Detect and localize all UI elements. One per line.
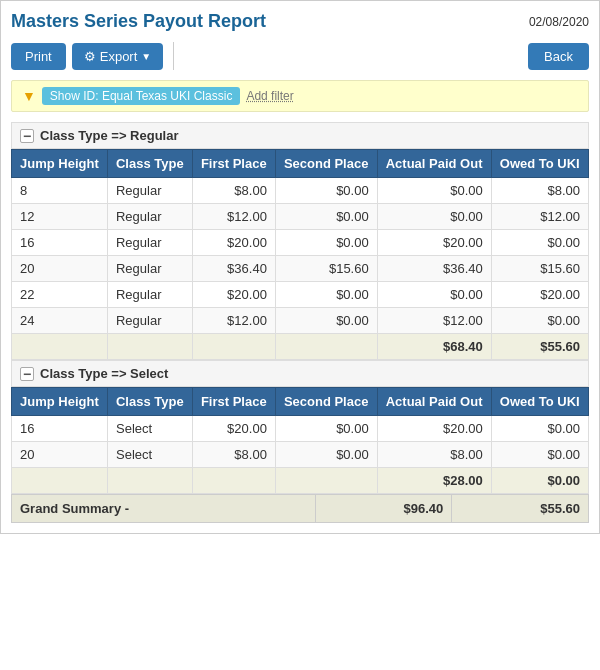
table-row: 12Regular$12.00$0.00$0.00$12.00 [12, 204, 589, 230]
add-filter-link[interactable]: Add filter [246, 89, 293, 103]
col-header-class-type: Class Type [107, 388, 192, 416]
col-header-owed-to-uki: Owed To UKI [491, 150, 588, 178]
cell-0-3: $0.00 [275, 178, 377, 204]
col-header-actual-paid-out: Actual Paid Out [377, 150, 491, 178]
cell-0-1: Select [107, 416, 192, 442]
cell-2-3: $0.00 [275, 230, 377, 256]
cell-0-2: $8.00 [192, 178, 275, 204]
cell-4-3: $0.00 [275, 282, 377, 308]
cell-0-4: $20.00 [377, 416, 491, 442]
cell-1-3: $0.00 [275, 204, 377, 230]
table-row: 20Select$8.00$0.00$8.00$0.00 [12, 442, 589, 468]
cell-5-4: $12.00 [377, 308, 491, 334]
subtotal-owed-regular: $55.60 [491, 334, 588, 360]
table-row: 24Regular$12.00$0.00$12.00$0.00 [12, 308, 589, 334]
grand-summary-table: Grand Summary - $96.40 $55.60 [11, 494, 589, 523]
section-table-select: Jump HeightClass TypeFirst PlaceSecond P… [11, 387, 589, 494]
filter-icon: ▼ [22, 88, 36, 104]
cell-0-1: Regular [107, 178, 192, 204]
table-row: 8Regular$8.00$0.00$0.00$8.00 [12, 178, 589, 204]
grand-summary-row: Grand Summary - $96.40 $55.60 [12, 495, 589, 523]
cell-1-4: $0.00 [377, 204, 491, 230]
cell-1-2: $8.00 [192, 442, 275, 468]
chevron-down-icon: ▼ [141, 51, 151, 62]
grand-summary-owed: $55.60 [452, 495, 589, 523]
cell-2-2: $20.00 [192, 230, 275, 256]
subtotal-empty-2 [192, 468, 275, 494]
page-container: Masters Series Payout Report 02/08/2020 … [0, 0, 600, 534]
cell-4-5: $20.00 [491, 282, 588, 308]
cell-4-1: Regular [107, 282, 192, 308]
filter-badge[interactable]: Show ID: Equal Texas UKI Classic [42, 87, 241, 105]
cell-4-0: 22 [12, 282, 108, 308]
col-header-first-place: First Place [192, 150, 275, 178]
section-select: − Class Type => SelectJump HeightClass T… [11, 360, 589, 494]
cell-3-0: 20 [12, 256, 108, 282]
collapse-button-regular[interactable]: − [20, 129, 34, 143]
subtotal-empty-3 [275, 468, 377, 494]
page-title: Masters Series Payout Report [11, 11, 266, 32]
section-table-regular: Jump HeightClass TypeFirst PlaceSecond P… [11, 149, 589, 360]
cell-0-5: $8.00 [491, 178, 588, 204]
subtotal-empty-2 [192, 334, 275, 360]
subtotal-row-regular: $68.40$55.60 [12, 334, 589, 360]
filter-bar: ▼ Show ID: Equal Texas UKI Classic Add f… [11, 80, 589, 112]
cell-1-3: $0.00 [275, 442, 377, 468]
header-row: Masters Series Payout Report 02/08/2020 [11, 11, 589, 32]
col-header-owed-to-uki: Owed To UKI [491, 388, 588, 416]
back-button[interactable]: Back [528, 43, 589, 70]
cell-5-0: 24 [12, 308, 108, 334]
col-header-jump-height: Jump Height [12, 150, 108, 178]
cell-2-1: Regular [107, 230, 192, 256]
col-header-class-type: Class Type [107, 150, 192, 178]
toolbar-row: Print ⚙ Export ▼ Back [11, 42, 589, 70]
section-header-label-regular: Class Type => Regular [40, 128, 179, 143]
subtotal-actual-select: $28.00 [377, 468, 491, 494]
col-header-second-place: Second Place [275, 388, 377, 416]
cell-0-2: $20.00 [192, 416, 275, 442]
section-regular: − Class Type => RegularJump HeightClass … [11, 122, 589, 360]
subtotal-row-select: $28.00$0.00 [12, 468, 589, 494]
table-row: 16Select$20.00$0.00$20.00$0.00 [12, 416, 589, 442]
export-label: Export [100, 49, 138, 64]
section-header-select: − Class Type => Select [11, 360, 589, 387]
cell-3-3: $15.60 [275, 256, 377, 282]
col-header-first-place: First Place [192, 388, 275, 416]
cell-0-4: $0.00 [377, 178, 491, 204]
cell-3-5: $15.60 [491, 256, 588, 282]
print-button[interactable]: Print [11, 43, 66, 70]
cell-1-4: $8.00 [377, 442, 491, 468]
report-date: 02/08/2020 [529, 15, 589, 29]
col-header-actual-paid-out: Actual Paid Out [377, 388, 491, 416]
cell-0-5: $0.00 [491, 416, 588, 442]
cell-4-4: $0.00 [377, 282, 491, 308]
subtotal-empty-1 [107, 468, 192, 494]
section-header-regular: − Class Type => Regular [11, 122, 589, 149]
sections-container: − Class Type => RegularJump HeightClass … [11, 122, 589, 494]
cell-1-1: Select [107, 442, 192, 468]
cell-3-4: $36.40 [377, 256, 491, 282]
col-header-second-place: Second Place [275, 150, 377, 178]
cell-2-0: 16 [12, 230, 108, 256]
cell-0-0: 16 [12, 416, 108, 442]
cell-1-5: $12.00 [491, 204, 588, 230]
cell-1-5: $0.00 [491, 442, 588, 468]
table-row: 16Regular$20.00$0.00$20.00$0.00 [12, 230, 589, 256]
subtotal-empty-1 [107, 334, 192, 360]
table-row: 20Regular$36.40$15.60$36.40$15.60 [12, 256, 589, 282]
cell-0-0: 8 [12, 178, 108, 204]
export-button[interactable]: ⚙ Export ▼ [72, 43, 163, 70]
gear-icon: ⚙ [84, 49, 96, 64]
grand-summary-label: Grand Summary - [12, 495, 316, 523]
cell-2-5: $0.00 [491, 230, 588, 256]
toolbar-divider [173, 42, 174, 70]
collapse-button-select[interactable]: − [20, 367, 34, 381]
subtotal-actual-regular: $68.40 [377, 334, 491, 360]
cell-3-1: Regular [107, 256, 192, 282]
subtotal-empty-0 [12, 334, 108, 360]
col-header-jump-height: Jump Height [12, 388, 108, 416]
cell-3-2: $36.40 [192, 256, 275, 282]
cell-0-3: $0.00 [275, 416, 377, 442]
grand-summary-actual: $96.40 [315, 495, 452, 523]
table-row: 22Regular$20.00$0.00$0.00$20.00 [12, 282, 589, 308]
